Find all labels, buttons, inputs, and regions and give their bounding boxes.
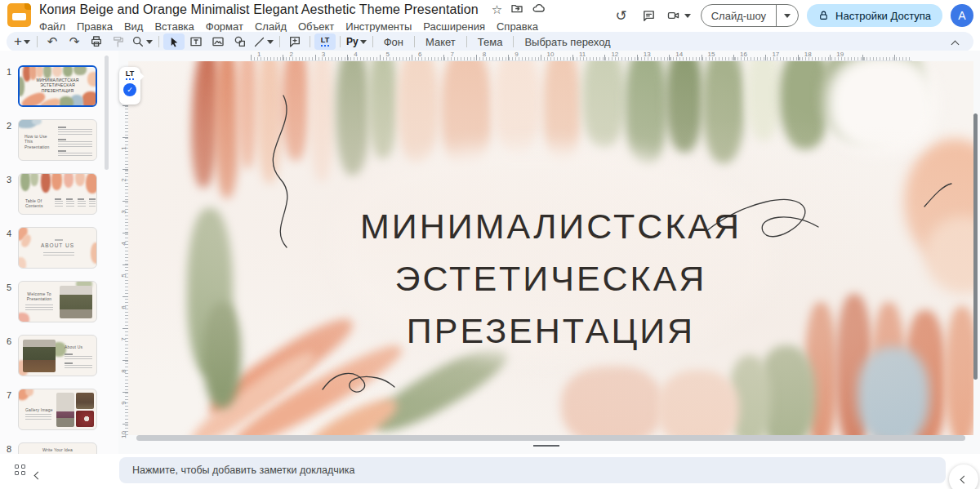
ruler-mark: 19: [836, 51, 844, 58]
ruler-mark: 7: [450, 51, 453, 58]
ruler-mark: 2: [289, 51, 292, 58]
comments-icon[interactable]: [638, 4, 661, 27]
layout-button[interactable]: Макет: [419, 33, 462, 50]
select-tool-button[interactable]: [163, 33, 185, 50]
slide-thumbnail-6[interactable]: About Us: [18, 335, 97, 376]
undo-button[interactable]: ↶: [42, 33, 63, 50]
account-avatar[interactable]: A: [951, 4, 973, 27]
cloud-status-icon[interactable]: [532, 2, 546, 18]
toolbar-collapse-button[interactable]: [944, 35, 965, 51]
ruler-mark: 5: [120, 271, 127, 281]
thumbnail-title-text: How to Use This Presentation: [24, 134, 51, 149]
text-box-button[interactable]: [185, 33, 207, 50]
vertical-ruler: 12345678910: [118, 61, 128, 454]
ruler-mark: 6: [418, 51, 421, 58]
thumbnail-title-text: Table Of Contents: [25, 198, 50, 209]
ruler-mark: 17: [772, 51, 779, 58]
collapse-side-panel-button[interactable]: [949, 465, 978, 489]
slide-number: 5: [0, 281, 18, 322]
grid-view-button[interactable]: [15, 465, 28, 478]
slideshow-split-button: Слайд-шоу: [701, 4, 799, 27]
slide-thumbnail-3[interactable]: Table Of Contents: [18, 173, 97, 215]
ruler-mark: 10: [120, 430, 127, 440]
ruler-mark: 10: [547, 51, 555, 58]
paint-format-button[interactable]: [108, 33, 129, 50]
transition-button[interactable]: Выбрать переход: [518, 33, 617, 50]
redo-button[interactable]: ↷: [64, 33, 85, 50]
insert-shape-button[interactable]: [229, 33, 251, 50]
slide-number: 6: [0, 335, 18, 376]
languagetool-toolbar-icon[interactable]: LT: [314, 33, 336, 50]
top-bar: Копия Beige and Orange Minimalist Elegan…: [0, 0, 980, 31]
slideshow-dropdown[interactable]: [776, 5, 798, 26]
horizontal-scrollbar[interactable]: [136, 435, 965, 441]
slide-number: 4: [0, 227, 18, 269]
slide-editor[interactable]: МИНИМАЛИСТСКАЯ ЭСТЕТИЧЕСКАЯ ПРЕЗЕНТАЦИЯ: [128, 61, 973, 435]
speaker-notes-input[interactable]: Нажмите, чтобы добавить заметки докладчи…: [119, 457, 946, 483]
insert-line-button[interactable]: [252, 33, 275, 50]
thumbnail-title-text: Gallery Image: [25, 407, 53, 412]
thumbnail-photo: [23, 340, 56, 372]
print-button[interactable]: [86, 33, 107, 50]
slides-logo[interactable]: [7, 3, 31, 27]
thumbnail-photo: [76, 411, 94, 427]
slide-thumbnail-8[interactable]: Write Your Idea: [18, 442, 97, 454]
ruler-mark: 8: [120, 367, 127, 376]
star-icon[interactable]: ☆: [492, 4, 502, 16]
lock-icon: [818, 10, 829, 21]
font-tool-dropdown[interactable]: Pу: [345, 33, 368, 50]
meet-caret-icon: [684, 14, 691, 18]
ruler-mark: 14: [675, 51, 683, 58]
slide-thumbnail-5[interactable]: Welcome To Presentation: [18, 281, 97, 322]
zoom-button[interactable]: [130, 33, 154, 50]
ruler-mark: 2: [120, 176, 127, 185]
slide-title-text[interactable]: МИНИМАЛИСТСКАЯ ЭСТЕТИЧЕСКАЯ ПРЕЗЕНТАЦИЯ: [128, 200, 973, 357]
thumbnail-title-text: About Us: [65, 345, 94, 349]
ruler-mark: 13: [644, 51, 651, 58]
thumbnail-photo: [76, 393, 94, 409]
ruler-mark: 4: [120, 239, 127, 249]
slide-number: 8: [0, 442, 18, 454]
theme-button[interactable]: Тема: [471, 33, 510, 50]
version-history-icon[interactable]: ↺: [610, 4, 633, 27]
slide-number: 1: [0, 65, 18, 107]
document-title[interactable]: Копия Beige and Orange Minimalist Elegan…: [39, 2, 479, 17]
vertical-scrollbar[interactable]: [973, 113, 978, 380]
languagetool-widget[interactable]: LT ✓: [119, 67, 140, 104]
ruler-mark: 1: [257, 51, 261, 58]
ruler-mark: 3: [120, 207, 127, 217]
ruler-mark: 18: [804, 51, 812, 58]
thumbnail-photo: [60, 286, 92, 318]
insert-image-button[interactable]: [207, 33, 229, 50]
slide-filmstrip: 1: [0, 51, 118, 454]
thumbnail-photo: [56, 393, 74, 427]
languagetool-logo: LT: [126, 70, 134, 80]
insert-comment-button[interactable]: [284, 33, 305, 50]
slide-thumbnail-1[interactable]: МИНИМАЛИСТСКАЯ ЭСТЕТИЧЕСКАЯ ПРЕЗЕНТАЦИЯ: [18, 65, 97, 107]
thumbnail-title-text: Write Your Idea: [35, 447, 80, 452]
slide-thumbnail-2[interactable]: How to Use This Presentation: [18, 119, 97, 161]
ruler-mark: 12: [611, 51, 618, 58]
horizontal-ruler: 12345678910111213141516171819: [128, 51, 980, 61]
slideshow-button[interactable]: Слайд-шоу: [702, 5, 776, 26]
collapse-filmstrip-button[interactable]: [35, 467, 41, 482]
slide-thumbnail-4[interactable]: ABOUT US: [18, 227, 97, 269]
ruler-mark: 9: [120, 398, 127, 408]
ruler-mark: 6: [120, 303, 127, 313]
workspace: 1: [0, 51, 980, 454]
ruler-mark: 15: [708, 51, 715, 58]
background-button[interactable]: Фон: [377, 33, 410, 50]
new-slide-button[interactable]: +: [11, 33, 33, 50]
meet-button[interactable]: [666, 9, 691, 22]
ruler-mark: 16: [740, 51, 747, 58]
ruler-mark: 1: [120, 144, 127, 153]
thumbnail-title-text: ABOUT US: [35, 242, 80, 249]
slide-number: 3: [0, 173, 18, 215]
move-folder-icon[interactable]: [510, 2, 523, 18]
notes-resize-handle[interactable]: [533, 445, 559, 447]
bottom-bar: Нажмите, чтобы добавить заметки докладчи…: [0, 454, 980, 489]
share-button[interactable]: Настройки Доступа: [807, 4, 942, 27]
check-icon[interactable]: ✓: [123, 83, 136, 96]
slide-thumbnail-7[interactable]: Gallery Image: [18, 389, 97, 430]
filmstrip-scrollbar[interactable]: [105, 56, 109, 170]
